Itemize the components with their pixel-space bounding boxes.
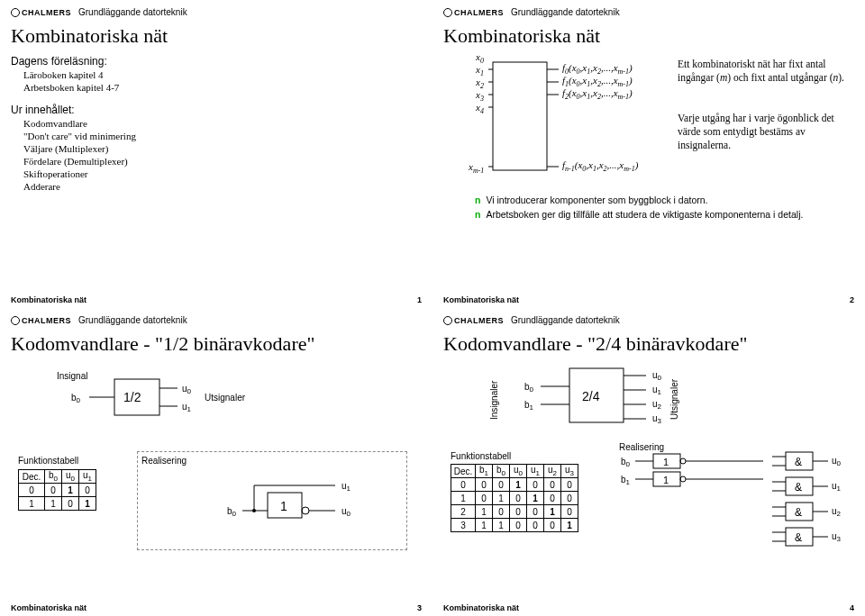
svg-text:2/4: 2/4 bbox=[582, 389, 600, 403]
svg-text:u3: u3 bbox=[832, 531, 842, 543]
svg-text:u1: u1 bbox=[341, 481, 351, 493]
slide-title: Kodomvandlare - "2/4 binäravkodare" bbox=[443, 332, 854, 356]
svg-text:u1: u1 bbox=[182, 402, 192, 413]
page-number: 4 bbox=[850, 603, 854, 612]
funktionstabell-label: Funktionstabell bbox=[451, 451, 578, 461]
slide-title: Kombinatoriska nät bbox=[443, 24, 854, 48]
svg-text:b0: b0 bbox=[227, 506, 237, 518]
svg-text:u0: u0 bbox=[652, 370, 662, 382]
svg-text:x4: x4 bbox=[475, 102, 484, 115]
para2: Varje utgång har i varje ögonblick det v… bbox=[678, 112, 844, 152]
funktionstabell-label: Funktionstabell bbox=[18, 456, 96, 466]
slide-2: CHALMERSGrundläggande datorteknik Kombin… bbox=[432, 0, 865, 308]
slide-3: CHALMERSGrundläggande datorteknik Kodomv… bbox=[0, 308, 432, 616]
li: Kodomvandlare bbox=[23, 118, 422, 129]
li: Arbetsboken kapitel 4-7 bbox=[23, 82, 422, 93]
svg-text:u0: u0 bbox=[182, 384, 192, 395]
svg-text:u0: u0 bbox=[341, 506, 351, 518]
li: "Don't care" vid minimering bbox=[23, 131, 422, 141]
svg-text:f0(x0,x1,x2,...,xm-1): f0(x0,x1,x2,...,xm-1) bbox=[562, 62, 633, 76]
svg-text:b0: b0 bbox=[524, 382, 534, 394]
svg-text:fn-1(x0,x1,x2,...,xm-1): fn-1(x0,x1,x2,...,xm-1) bbox=[562, 159, 639, 173]
page-number: 1 bbox=[417, 295, 422, 304]
svg-text:Utsignaler: Utsignaler bbox=[669, 378, 679, 420]
slide-4: CHALMERSGrundläggande datorteknik Kodomv… bbox=[432, 308, 865, 616]
svg-text:xm-1: xm-1 bbox=[468, 161, 484, 175]
svg-text:b0: b0 bbox=[621, 457, 631, 468]
svg-text:f2(x0,x1,x2,...,xm-1): f2(x0,x1,x2,...,xm-1) bbox=[562, 87, 633, 101]
li: Fördelare (Demultiplexer) bbox=[23, 156, 422, 167]
svg-text:u1: u1 bbox=[832, 481, 842, 493]
svg-text:&: & bbox=[795, 481, 802, 494]
svg-text:u2: u2 bbox=[652, 399, 662, 411]
truth-table-1-2: Dec.b0u0u1 0010 1101 bbox=[18, 469, 96, 511]
combinational-net-diagram: x0 x1 x2 x3 x4 xm-1 f0(x0,x1,x2,...,xm-1… bbox=[443, 53, 669, 188]
course-label: Grundläggande datorteknik bbox=[78, 7, 187, 17]
svg-text:x1: x1 bbox=[475, 64, 484, 77]
svg-text:1: 1 bbox=[663, 475, 669, 485]
block-2-4-avkodare: Insignaler b0 b1 2/4 u0 u1 u2 u3 Utsigna… bbox=[488, 361, 813, 433]
svg-text:x0: x0 bbox=[475, 51, 484, 65]
heading-dagens: Dagens föreläsning: bbox=[11, 55, 422, 68]
bullet-2: Arbetsboken ger dig tillfälle att studer… bbox=[475, 209, 835, 221]
svg-text:Utsignaler: Utsignaler bbox=[205, 393, 246, 403]
svg-text:u1: u1 bbox=[652, 385, 662, 396]
svg-point-34 bbox=[302, 507, 309, 514]
chalmers-logo: CHALMERS bbox=[11, 8, 71, 17]
slide-title: Kodomvandlare - "1/2 binäravkodare" bbox=[11, 332, 422, 356]
svg-text:&: & bbox=[795, 506, 802, 519]
para1: Ett kombinatoriskt nät har fixt antal in… bbox=[678, 58, 844, 85]
page-number: 3 bbox=[417, 603, 422, 612]
bullet-1: Vi introducerar komponenter som byggbloc… bbox=[475, 195, 835, 206]
svg-rect-0 bbox=[493, 62, 547, 170]
svg-text:Insignal: Insignal bbox=[57, 371, 87, 381]
svg-text:1: 1 bbox=[280, 499, 287, 513]
realisering-1-2: b0 1 u0 u1 bbox=[141, 466, 394, 538]
svg-text:&: & bbox=[795, 456, 802, 468]
svg-text:u3: u3 bbox=[652, 413, 662, 425]
svg-text:b0: b0 bbox=[71, 393, 81, 404]
slide-1: CHALMERS Grundläggande datorteknik Kombi… bbox=[0, 0, 432, 308]
footer-label: Kombinatoriska nät bbox=[11, 295, 86, 304]
realisering-label: Realisering bbox=[619, 442, 853, 452]
li: Väljare (Multiplexer) bbox=[23, 143, 422, 154]
heading-innehall: Ur innehållet: bbox=[11, 104, 422, 116]
svg-text:f1(x0,x1,x2,...,xm-1): f1(x0,x1,x2,...,xm-1) bbox=[562, 75, 633, 88]
svg-text:x2: x2 bbox=[475, 77, 484, 90]
svg-point-67 bbox=[680, 476, 686, 482]
li: Adderare bbox=[23, 181, 422, 192]
realisering-2-4: b0 1 b1 1 & u0 bbox=[619, 452, 853, 565]
svg-text:b1: b1 bbox=[621, 475, 631, 486]
svg-point-61 bbox=[680, 458, 686, 464]
svg-text:b1: b1 bbox=[524, 400, 534, 412]
svg-text:Insignaler: Insignaler bbox=[489, 380, 499, 420]
svg-text:x3: x3 bbox=[475, 89, 484, 103]
page-number: 2 bbox=[850, 295, 854, 304]
block-1-2-avkodare: Insignal b0 1/2 u0 u1 Utsignaler bbox=[51, 370, 286, 433]
svg-text:u0: u0 bbox=[832, 456, 842, 467]
slide-title: Kombinatoriska nät bbox=[11, 24, 422, 48]
svg-text:1/2: 1/2 bbox=[123, 390, 141, 404]
li: Läroboken kapitel 4 bbox=[23, 69, 422, 80]
svg-text:1: 1 bbox=[663, 457, 669, 467]
realisering-label: Realisering bbox=[141, 456, 403, 466]
svg-point-39 bbox=[252, 509, 256, 512]
li: Skiftoperationer bbox=[23, 168, 422, 179]
truth-table-2-4: Dec.b1b0u0u1u2u3 0001000 1010100 2100010… bbox=[451, 464, 578, 532]
slide-header: CHALMERS Grundläggande datorteknik bbox=[11, 7, 422, 17]
svg-text:u2: u2 bbox=[832, 506, 842, 518]
svg-text:&: & bbox=[795, 531, 802, 544]
